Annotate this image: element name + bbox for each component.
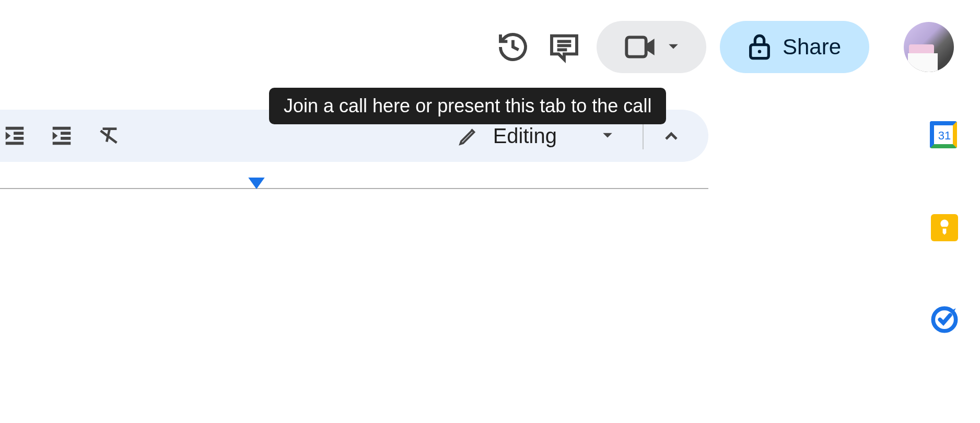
ruler-line	[0, 188, 708, 189]
lock-icon	[748, 33, 771, 61]
svg-rect-3	[626, 37, 646, 56]
comment-history-button[interactable]	[545, 28, 583, 66]
calendar-sidepanel-button[interactable]: 31	[930, 121, 959, 150]
decrease-indent-button[interactable]	[0, 121, 29, 150]
editing-mode-dropdown[interactable]: Editing	[438, 124, 633, 148]
top-action-row: Share	[494, 21, 954, 73]
keep-icon	[931, 214, 958, 241]
version-history-button[interactable]	[494, 28, 532, 66]
increase-indent-icon	[50, 124, 74, 148]
indent-marker-icon	[248, 178, 265, 189]
video-camera-icon	[624, 33, 657, 61]
share-button[interactable]: Share	[720, 21, 869, 73]
account-avatar[interactable]	[904, 22, 954, 72]
tasks-icon	[931, 306, 958, 333]
meet-call-button[interactable]	[597, 21, 706, 73]
dropdown-arrow-icon	[668, 43, 679, 51]
toolbar-left-group	[0, 121, 123, 150]
clear-formatting-button[interactable]	[94, 121, 123, 150]
editing-mode-label: Editing	[493, 124, 557, 148]
indent-marker[interactable]	[248, 178, 265, 189]
calendar-icon: 31	[930, 121, 959, 150]
tasks-sidepanel-button[interactable]	[930, 305, 959, 334]
pencil-icon	[458, 125, 480, 147]
toolbar-divider	[643, 122, 644, 149]
meet-tooltip: Join a call here or present this tab to …	[269, 88, 666, 124]
dropdown-arrow-icon	[602, 132, 613, 139]
history-icon	[496, 30, 530, 64]
side-panel: 31	[930, 121, 959, 334]
keep-sidepanel-button[interactable]	[930, 213, 959, 242]
increase-indent-button[interactable]	[47, 121, 76, 150]
chevron-up-icon	[663, 131, 679, 141]
share-label: Share	[783, 34, 841, 60]
svg-point-5	[758, 50, 762, 53]
calendar-day-number: 31	[938, 129, 951, 143]
comment-icon	[547, 30, 581, 64]
decrease-indent-icon	[3, 124, 27, 148]
clear-formatting-icon	[97, 124, 121, 148]
